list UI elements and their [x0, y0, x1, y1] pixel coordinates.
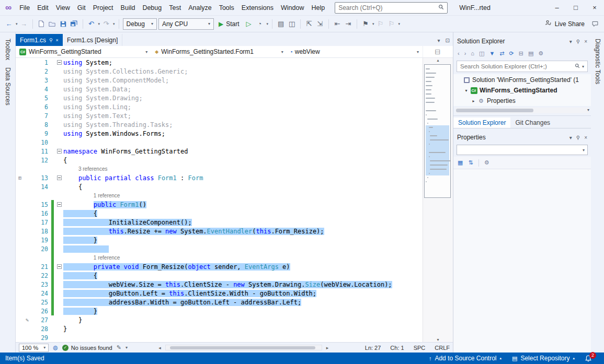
select-repository-button[interactable]: ▤ Select Repository ▴	[512, 355, 575, 362]
scroll-right-icon[interactable]: ▸	[326, 345, 329, 350]
next-bookmark-icon[interactable]: ⚐	[387, 18, 396, 30]
add-to-source-control-button[interactable]: ↑ Add to Source Control ▴	[429, 355, 502, 362]
code-text[interactable]: using System;	[63, 59, 423, 66]
pending-changes-filter-icon[interactable]: ▼	[489, 50, 495, 56]
chevron-down-icon[interactable]: ▾	[587, 108, 589, 112]
categorized-icon[interactable]: ▦	[458, 159, 463, 166]
start-without-debugging-icon[interactable]: ▷	[244, 18, 254, 30]
scroll-up-icon[interactable]: ▴	[423, 58, 453, 63]
code-text[interactable]	[63, 245, 423, 253]
document-list-dropdown-icon[interactable]: ▾	[438, 38, 440, 43]
code-text[interactable]: }	[63, 308, 423, 315]
codelens-label[interactable]: 3 references	[63, 166, 423, 172]
bookmark-options-icon[interactable]: ▾	[398, 22, 401, 26]
code-text[interactable]: addressBar.Width = goButton.Left - addre…	[63, 299, 423, 306]
inheritance-margin-icon[interactable]: ⊞	[18, 175, 21, 181]
peek-definition-icon[interactable]: ⇲	[315, 18, 325, 30]
search-options-icon[interactable]: ▾	[582, 64, 584, 69]
quick-search-box[interactable]	[335, 2, 448, 14]
column-indicator[interactable]: Ch: 1	[390, 345, 404, 351]
back-icon[interactable]: ‹	[458, 50, 460, 56]
forward-icon[interactable]: ›	[464, 50, 466, 56]
breadcrumb-segment[interactable]: ◆WinForms_GettingStarted.Form1▾	[151, 46, 287, 57]
horizontal-scrollbar[interactable]	[165, 345, 322, 350]
start-debugging-button[interactable]: ▶ Start	[215, 18, 243, 30]
breadcrumb-segment[interactable]: ▪webView▾	[287, 46, 423, 57]
collapse-all-icon[interactable]: ⊟	[519, 50, 523, 57]
scroll-down-icon[interactable]: ▾	[423, 337, 453, 342]
menu-debug[interactable]: Debug	[139, 0, 165, 15]
space-indicator[interactable]: SPC	[414, 345, 426, 351]
menu-extensions[interactable]: Extensions	[238, 0, 277, 15]
zoom-dropdown[interactable]: 100 %▾	[19, 344, 49, 352]
code-text[interactable]: public Form1()	[63, 201, 423, 208]
code-line[interactable]: 15 public Form1()	[16, 200, 423, 209]
menu-git[interactable]: Git	[74, 0, 89, 15]
switch-views-icon[interactable]: ◫	[479, 50, 484, 57]
window-options-icon[interactable]: ⊡	[446, 38, 450, 43]
code-line[interactable]: 6using System.Linq;	[16, 102, 423, 111]
open-file-icon[interactable]	[48, 18, 57, 30]
profiler-dropdown-icon[interactable]: ▾	[267, 22, 269, 26]
minimap[interactable]	[424, 64, 451, 198]
code-line[interactable]: 17 InitializeComponent();	[16, 218, 423, 227]
performance-profiler-icon[interactable]: ◔	[255, 18, 265, 30]
expander-icon[interactable]: ▾	[463, 88, 470, 93]
scrollbar-thumb[interactable]	[456, 109, 533, 112]
menu-build[interactable]: Build	[117, 0, 139, 15]
line-ending-indicator[interactable]: CRLF	[435, 345, 450, 351]
code-editor[interactable]: 1using System;2using System.Collections.…	[16, 58, 423, 342]
close-icon[interactable]: ×	[56, 38, 59, 43]
navigate-backward-icon[interactable]: ←	[4, 18, 14, 30]
code-line[interactable]: 20	[16, 244, 423, 253]
menu-file[interactable]: File	[16, 0, 33, 15]
code-line[interactable]: 28}	[16, 324, 423, 333]
code-line[interactable]: 19 }	[16, 236, 423, 244]
window-position-dropdown-icon[interactable]: ▾	[569, 135, 572, 140]
live-share-button[interactable]: Live Share	[540, 19, 589, 28]
codelens-label[interactable]: 1 reference	[63, 193, 423, 198]
code-text[interactable]: using System.Windows.Forms;	[63, 130, 423, 137]
code-line[interactable]: 16 {	[16, 209, 423, 218]
sync-settings-icon[interactable]: ◍	[53, 344, 58, 351]
document-tab[interactable]: Form1.cs⚲×	[16, 34, 63, 46]
code-line[interactable]: 5using System.Drawing;	[16, 93, 423, 102]
expander-icon[interactable]: ▸	[470, 99, 477, 103]
code-text[interactable]: }	[63, 316, 423, 324]
pin-icon[interactable]: ⚲	[576, 39, 580, 44]
properties-object-dropdown[interactable]: ▾	[457, 145, 588, 155]
redo-dropdown-icon[interactable]: ▾	[113, 22, 115, 26]
code-line[interactable]: ⊞13 public partial class Form1 : Form	[16, 173, 423, 182]
breadcrumb-segment[interactable]: C#WinForms_GettingStarted▾	[16, 46, 151, 57]
tree-item-properties[interactable]: ▸⚙Properties	[453, 96, 591, 106]
fold-toggle-icon[interactable]	[57, 264, 62, 269]
menu-test[interactable]: Test	[165, 0, 185, 15]
maximize-button[interactable]: □	[566, 0, 585, 15]
fold-toggle-icon[interactable]	[57, 202, 62, 207]
code-text[interactable]: }	[63, 325, 423, 333]
search-icon[interactable]	[438, 4, 444, 11]
code-text[interactable]: using System.Drawing;	[63, 95, 423, 102]
code-line[interactable]: 2using System.Collections.Generic;	[16, 67, 423, 76]
line-indicator[interactable]: Ln: 27	[365, 345, 381, 351]
split-window-icon[interactable]: ◫	[287, 18, 297, 30]
code-line[interactable]: ✎27 }	[16, 315, 423, 324]
properties-icon[interactable]: ⚙	[538, 50, 543, 57]
code-cleanup-dropdown-icon[interactable]: ▾	[126, 345, 128, 350]
pin-icon[interactable]: ⚲	[49, 38, 53, 43]
bookmark-icon[interactable]: ⚑	[361, 18, 370, 30]
code-text[interactable]: using System.Linq;	[63, 103, 423, 111]
code-cleanup-icon[interactable]: ✎	[117, 344, 121, 351]
fold-toggle-icon[interactable]	[57, 175, 62, 180]
sync-with-active-document-icon[interactable]: ⇄	[499, 50, 504, 57]
code-text[interactable]: InitializeComponent();	[63, 219, 423, 226]
code-text[interactable]: using System.Threading.Tasks;	[63, 121, 423, 128]
find-in-files-icon[interactable]: ▤	[276, 18, 286, 30]
solution-configurations-dropdown[interactable]: Debug▾	[123, 18, 157, 30]
notifications-button[interactable]: 2	[585, 355, 591, 362]
codelens-label[interactable]: 1 reference	[63, 255, 423, 261]
undo-icon[interactable]: ↶	[87, 18, 96, 30]
show-all-files-icon[interactable]: ▤	[528, 50, 533, 57]
refresh-icon[interactable]: ⟳	[509, 50, 514, 57]
code-line[interactable]: 23 webView.Size = this.ClientSize - new …	[16, 280, 423, 289]
